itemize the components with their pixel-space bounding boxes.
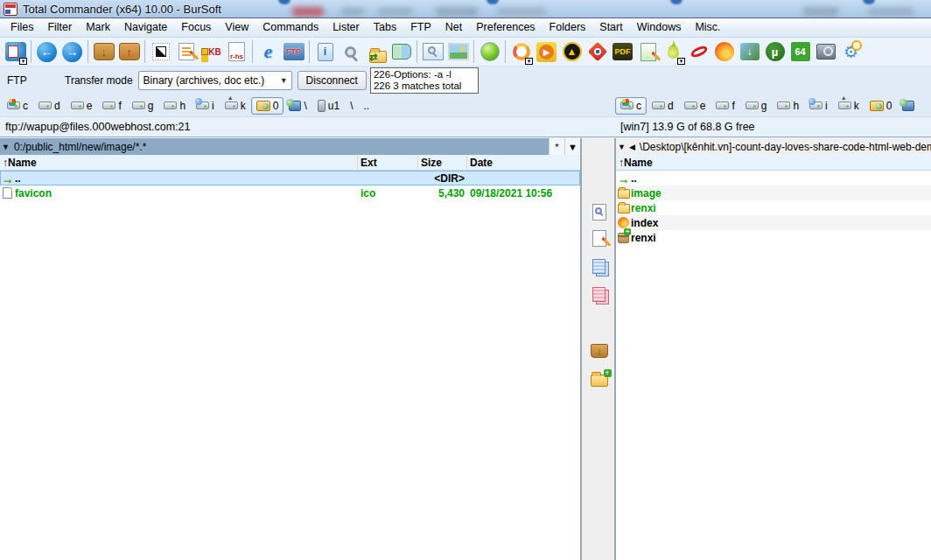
menu-navigate[interactable]: Navigate (117, 19, 174, 36)
drive-g-button[interactable]: g (127, 97, 159, 115)
menu-lister[interactable]: Lister (326, 19, 367, 36)
drive-d-button[interactable]: d (33, 97, 66, 115)
system-search-icon[interactable] (813, 39, 838, 65)
drive-c-button[interactable]: c (2, 97, 33, 115)
new-folder-icon[interactable] (588, 368, 610, 389)
network-root-button[interactable]: \ (284, 97, 312, 115)
compare-icon[interactable] (388, 39, 414, 65)
firefox-icon[interactable] (711, 39, 737, 65)
settings-search-icon[interactable]: ⚙ (838, 39, 864, 65)
filter-star-button[interactable]: * (549, 138, 564, 155)
right-panel-header[interactable]: ▼ ◀ \Desktop\[kênhit.vn]-count-day-loves… (616, 138, 931, 155)
view-file-icon[interactable] (588, 201, 610, 223)
rhs-file-icon[interactable]: r-hs (224, 39, 249, 65)
drive-g-button-right[interactable]: g (740, 97, 773, 115)
lister-icon[interactable] (420, 39, 445, 65)
menu-net[interactable]: Net (438, 19, 469, 36)
avira-icon[interactable]: ▲ (559, 39, 584, 65)
back-icon[interactable]: ← (34, 39, 60, 65)
image-viewer-icon[interactable] (445, 39, 471, 65)
search-icon[interactable] (338, 39, 363, 65)
menu-files[interactable]: Files (4, 19, 40, 36)
column-divider[interactable] (357, 156, 358, 169)
drive-i-button[interactable]: i (191, 97, 220, 115)
column-divider[interactable] (417, 156, 418, 169)
drive-f-button-right[interactable]: f (710, 97, 739, 115)
internet-explorer-icon[interactable]: e (256, 39, 281, 65)
menu-filter[interactable]: Filter (40, 19, 79, 36)
menu-view[interactable]: View (218, 19, 256, 36)
column-divider[interactable] (466, 156, 467, 169)
sync-dirs-icon[interactable]: ⇄ (363, 39, 388, 65)
table-row-renxi-folder[interactable]: renxi (616, 200, 931, 215)
table-row-updir[interactable]: → .. <DIR> (0, 171, 580, 186)
ftp-connect-icon[interactable]: FTP (281, 39, 306, 65)
menu-mark[interactable]: Mark (79, 19, 117, 36)
network-root-button-right[interactable] (897, 98, 920, 114)
drive-h-button-right[interactable]: h (772, 97, 804, 115)
drive-c-button-right[interactable]: c (615, 97, 647, 115)
menu-tabs[interactable]: Tabs (367, 19, 403, 36)
drive-d-button-right[interactable]: d (647, 97, 679, 115)
table-row-renxi-archive[interactable]: renxi (616, 230, 931, 245)
invert-selection-icon[interactable] (148, 39, 173, 65)
ring-app-icon[interactable] (508, 39, 534, 65)
table-row-index[interactable]: index (616, 215, 931, 230)
drive-i-button-right[interactable]: i (804, 97, 833, 115)
drive-k-button[interactable]: k (220, 97, 251, 115)
column-header-size[interactable]: Size (421, 157, 442, 169)
table-row-updir[interactable]: → .. (616, 171, 931, 186)
pack-files-icon[interactable]: ↓ (588, 340, 610, 361)
column-header-name[interactable]: ↑Name (619, 157, 653, 169)
edit-file-icon[interactable] (588, 228, 610, 249)
media-play-icon[interactable]: ▶ (534, 39, 559, 65)
menu-preferences[interactable]: Preferences (469, 19, 542, 36)
left-panel-header[interactable]: ▼ 0:/public_html/new/image/*.* * ▼ (0, 138, 580, 155)
column-header-name[interactable]: ↑Name (3, 157, 37, 169)
drive-e-button[interactable]: e (66, 97, 98, 115)
drive-0-ftp-button-right[interactable]: 0 (864, 97, 898, 115)
drive-0-ftp-button[interactable]: 0 (251, 97, 284, 115)
backslash-button[interactable]: \ (345, 97, 358, 115)
x64-app-icon[interactable]: 64 (788, 39, 813, 65)
idm-download-icon[interactable]: ↓ (737, 39, 762, 65)
drive-e-button-right[interactable]: e (679, 97, 711, 115)
unpack-icon[interactable]: ↑ (116, 39, 142, 65)
forward-icon[interactable]: → (60, 39, 85, 65)
program-menu-icon[interactable] (3, 39, 28, 65)
drive-h-button[interactable]: h (158, 97, 191, 115)
table-row-favicon[interactable]: favicon ico 5,430 09/18/2021 10:56 (0, 186, 580, 200)
column-header-date[interactable]: Date (470, 157, 493, 169)
menu-windows[interactable]: Windows (630, 19, 689, 36)
file-info-icon[interactable]: i (312, 39, 338, 65)
pack-icon[interactable]: ↓ (91, 39, 116, 65)
updir-button[interactable]: .. (359, 97, 375, 115)
table-row-image[interactable]: image (616, 186, 931, 200)
multi-rename-icon[interactable] (173, 39, 199, 65)
droplet-tool-icon[interactable] (661, 39, 686, 65)
utorrent-icon[interactable]: µ (762, 39, 788, 65)
copy-files-icon[interactable] (588, 256, 610, 277)
move-files-icon[interactable] (588, 284, 610, 305)
notepad-edit-icon[interactable] (635, 39, 661, 65)
disconnect-button[interactable]: Disconnect (298, 71, 367, 90)
transfer-mode-select[interactable]: Binary (archives, doc etc.) ▼ (138, 71, 292, 90)
history-dropdown-button[interactable]: ▼ (564, 138, 580, 155)
menu-commands[interactable]: Commands (256, 19, 326, 36)
chevron-down-icon[interactable]: ▼ (0, 143, 11, 151)
menu-focus[interactable]: Focus (174, 19, 218, 36)
drive-k-button-right[interactable]: k (833, 97, 864, 115)
drive-f-button[interactable]: f (97, 97, 126, 115)
menu-ftp[interactable]: FTP (403, 19, 438, 36)
kb-info-icon[interactable]: KB (199, 39, 224, 65)
red-pen-icon[interactable] (686, 39, 711, 65)
pdf-reader-icon[interactable]: PDF (610, 39, 635, 65)
menu-folders[interactable]: Folders (542, 19, 593, 36)
green-status-icon[interactable] (477, 39, 502, 65)
column-header-ext[interactable]: Ext (360, 157, 377, 169)
eye-viewer-icon[interactable] (584, 39, 610, 65)
menu-start[interactable]: Start (592, 19, 629, 36)
chevron-down-icon[interactable]: ▼ (616, 143, 627, 151)
device-u1-button[interactable]: u1 (312, 97, 345, 115)
menu-misc[interactable]: Misc. (688, 19, 727, 36)
